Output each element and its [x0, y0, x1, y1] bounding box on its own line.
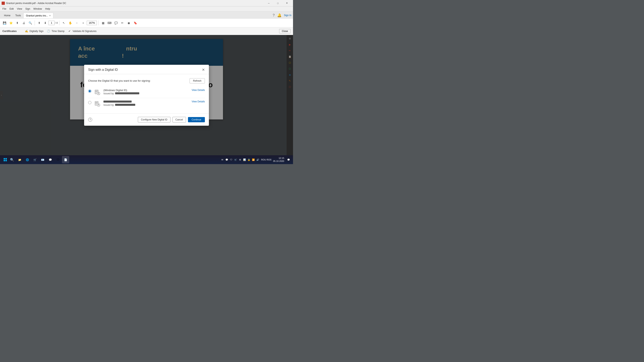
- view-details-link-1[interactable]: View Details: [192, 89, 205, 91]
- taskbar-right: ✉ 💬 🛡 🛒 ⚙ 📊 🔒 📶 🔊 ROU ROS 12:15 05.10.20…: [220, 157, 292, 163]
- modal-header: Sign with a Digital ID ✕: [84, 65, 209, 74]
- digital-id-radio-1[interactable]: [88, 89, 91, 93]
- tray-volume-icon[interactable]: 🔊: [256, 158, 260, 161]
- tab-tools[interactable]: Tools: [13, 13, 23, 18]
- digital-id-name-1: (Windows Digital ID): [104, 89, 189, 92]
- digital-id-radio-2[interactable]: [88, 101, 91, 104]
- tray-mail-icon[interactable]: ✉: [220, 158, 224, 161]
- app-window: Granturi pentru investitii.pdf - Adobe A…: [0, 0, 293, 155]
- tool3-icon[interactable]: 💬: [113, 20, 119, 26]
- digital-id-info-1: (Windows Digital ID) Issued by:: [104, 89, 189, 95]
- modal-close-button[interactable]: ✕: [202, 68, 205, 72]
- validate-all-action[interactable]: ✔ Validate All Signatures: [68, 29, 96, 33]
- taskbar-app-edge[interactable]: 🌐: [24, 156, 31, 163]
- tray-app5-icon[interactable]: ⚙: [238, 158, 242, 161]
- menu-window[interactable]: Window: [32, 7, 44, 11]
- maximize-button[interactable]: □: [273, 0, 282, 6]
- window-controls: ─ □ ✕: [264, 0, 292, 6]
- start-button[interactable]: [2, 156, 9, 163]
- search-button[interactable]: 🔍: [9, 156, 15, 163]
- taskbar-app-mail[interactable]: 📧: [39, 156, 46, 163]
- tray-wifi-icon[interactable]: 📶: [252, 158, 255, 161]
- menu-help[interactable]: Help: [44, 7, 52, 11]
- tray-app7-icon[interactable]: 🔒: [247, 158, 251, 161]
- tray-security-icon[interactable]: 🛡: [230, 158, 233, 161]
- sep1: [34, 20, 35, 25]
- help-icon[interactable]: ?: [273, 13, 275, 17]
- taskbar-app-acrobat[interactable]: 📄: [62, 156, 69, 163]
- taskbar-app-security[interactable]: 🛡: [54, 156, 62, 163]
- modal-title: Sign with a Digital ID: [88, 68, 118, 72]
- nav-down-icon[interactable]: ⬇: [42, 20, 48, 26]
- validate-icon: ✔: [68, 29, 71, 33]
- tab-document[interactable]: Granturi pentru inv... ✕: [23, 13, 53, 18]
- tab-home[interactable]: Home: [2, 13, 13, 18]
- view-details-link-2[interactable]: View Details: [192, 100, 205, 103]
- time-stamp-icon: 🕐: [47, 29, 50, 33]
- taskbar-apps: 📁 🌐 🛒 📧 💬 🛡 📄: [16, 156, 69, 163]
- zoom-input[interactable]: [87, 21, 97, 25]
- windows-logo-icon: [4, 158, 7, 161]
- zoom-in-icon[interactable]: +: [80, 20, 86, 26]
- svg-rect-6: [96, 102, 98, 103]
- help-circle-icon[interactable]: ?: [88, 118, 92, 122]
- refresh-button[interactable]: Refresh: [190, 78, 205, 83]
- cancel-button[interactable]: Cancel: [172, 117, 186, 122]
- tray-app6-icon[interactable]: 📊: [243, 158, 246, 161]
- tool2-icon[interactable]: ⌨: [107, 20, 112, 26]
- menu-view[interactable]: View: [15, 7, 24, 11]
- app-icon: [2, 1, 5, 5]
- nav-group: ⬆ ⬇ / 4: [36, 20, 58, 26]
- notification-center-button[interactable]: 💬: [286, 157, 292, 162]
- menu-file[interactable]: File: [1, 7, 8, 11]
- notifications-icon[interactable]: 🔔: [277, 13, 282, 17]
- tool6-icon[interactable]: 🔖: [132, 20, 138, 26]
- menu-sign[interactable]: Sign: [24, 7, 32, 11]
- configure-digital-id-button[interactable]: Configure New Digital ID: [138, 117, 170, 122]
- close-button[interactable]: ✕: [282, 0, 292, 6]
- taskbar-app-store[interactable]: 🛒: [32, 156, 39, 163]
- tool1-icon[interactable]: ▦: [100, 20, 106, 26]
- taskbar: 🔍 📁 🌐 🛒 📧 💬 🛡 📄 ✉ 💬 🛡 🛒 ⚙ 📊 🔒 📶 🔊 ROU RO…: [0, 155, 293, 164]
- bookmark-icon[interactable]: ⭐: [8, 20, 14, 26]
- tool5-icon[interactable]: ◉: [126, 20, 132, 26]
- tab-close-icon[interactable]: ✕: [49, 14, 51, 17]
- digital-id-icon-2: [94, 100, 101, 107]
- name-redacted-2: [104, 100, 132, 103]
- save-icon[interactable]: 💾: [2, 20, 7, 26]
- svg-rect-7: [96, 103, 97, 103]
- search-icon[interactable]: 🔍: [27, 20, 33, 26]
- menu-edit[interactable]: Edit: [8, 7, 15, 11]
- issued-value-redacted-2: [115, 104, 135, 106]
- digital-id-name-2: [104, 100, 189, 103]
- sys-tray: ✉ 💬 🛡 🛒 ⚙ 📊 🔒 📶 🔊: [220, 158, 260, 161]
- modal-body: Choose the Digital ID that you want to u…: [84, 74, 209, 113]
- continue-button[interactable]: Continue: [188, 117, 205, 122]
- zoom-out-icon[interactable]: −: [74, 20, 80, 26]
- hand-icon[interactable]: ✋: [68, 20, 73, 26]
- clock-date: 05.10.2020: [273, 160, 284, 163]
- nav-up-icon[interactable]: ⬆: [36, 20, 42, 26]
- digital-id-icon-1: [94, 89, 101, 96]
- locale-display: ROU ROS: [261, 158, 272, 161]
- taskbar-app-explorer[interactable]: 📁: [16, 156, 23, 163]
- cert-close-button[interactable]: Close: [279, 29, 290, 33]
- time-stamp-action[interactable]: 🕐 Time Stamp: [47, 29, 64, 33]
- taskbar-app-teams[interactable]: 💬: [47, 156, 54, 163]
- tray-teams-icon[interactable]: 💬: [225, 158, 228, 161]
- digitally-sign-action[interactable]: ✍ Digitally Sign: [25, 29, 44, 33]
- sign-in-button[interactable]: Sign In: [284, 14, 292, 17]
- menu-bar: File Edit View Sign Window Help: [0, 6, 293, 11]
- cursor-icon[interactable]: ↖: [61, 20, 66, 26]
- page-number-input[interactable]: [48, 21, 54, 25]
- minimize-button[interactable]: ─: [264, 0, 273, 6]
- tray-store-icon[interactable]: 🛒: [234, 158, 238, 161]
- tool4-icon[interactable]: ✏: [120, 20, 125, 26]
- cert-toolbar-title: Certificates: [2, 29, 17, 32]
- print-icon[interactable]: 🖨: [21, 20, 26, 26]
- window-title: Granturi pentru investitii.pdf - Adobe A…: [6, 2, 66, 5]
- svg-rect-2: [96, 91, 97, 92]
- upload-icon[interactable]: ⬆: [14, 20, 20, 26]
- content-area: A înce ntruacc ! Granturile pentru inves…: [0, 35, 293, 155]
- cert-toolbar: Certificates ✍ Digitally Sign 🕐 Time Sta…: [0, 27, 293, 35]
